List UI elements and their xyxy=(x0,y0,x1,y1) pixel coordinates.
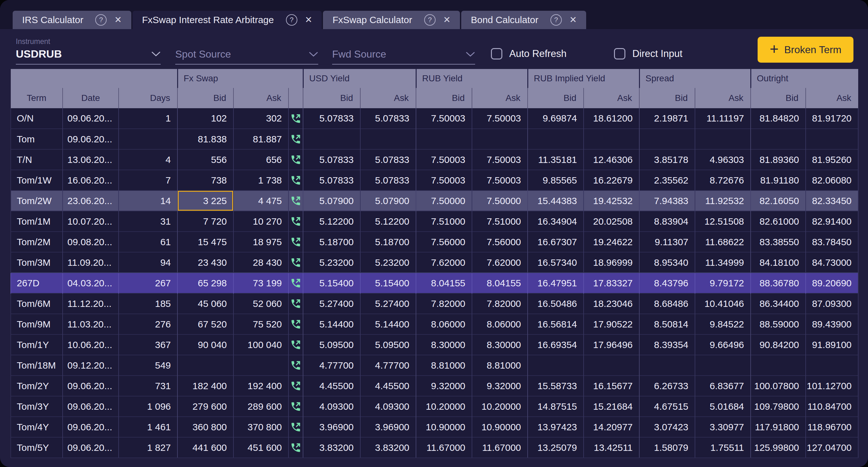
cell-days[interactable]: 731 xyxy=(119,376,178,396)
cell-term[interactable]: Tom/1W xyxy=(11,170,63,190)
cell-date[interactable]: 10.06.20... xyxy=(63,335,119,355)
call-button[interactable] xyxy=(288,335,303,355)
direct-input-control[interactable]: Direct Input xyxy=(614,48,683,60)
cell-rub-yield-bid[interactable]: 7.50000 xyxy=(416,190,472,211)
cell-outright-bid[interactable]: 90.84200 xyxy=(751,335,806,355)
cell-days[interactable]: 14 xyxy=(119,190,178,211)
cell-rub-yield-bid[interactable]: 7.50003 xyxy=(416,108,472,129)
cell-usd-yield-bid[interactable]: 4.09300 xyxy=(303,396,360,417)
cell-days[interactable]: 267 xyxy=(119,273,178,293)
cell-fxswap-ask[interactable] xyxy=(234,355,288,376)
cell-spread-ask[interactable]: 12.51508 xyxy=(695,211,751,231)
cell-usd-yield-ask[interactable]: 5.09500 xyxy=(360,335,416,355)
cell-outright-ask[interactable]: 118.96700 xyxy=(806,417,858,437)
help-icon[interactable]: ? xyxy=(286,14,297,26)
cell-date[interactable]: 09.12.20... xyxy=(63,355,119,376)
cell-outright-ask[interactable]: 82.06080 xyxy=(806,170,858,190)
table-row[interactable]: Tom/3M 11.09.20... 94 23 430 28 430 5.23… xyxy=(11,252,858,273)
cell-days[interactable]: 367 xyxy=(119,335,178,355)
broken-term-button[interactable]: + Broken Term xyxy=(757,37,854,63)
call-button[interactable] xyxy=(288,417,303,437)
cell-rub-implied-bid[interactable]: 15.44383 xyxy=(528,190,584,211)
cell-usd-yield-ask[interactable]: 5.07833 xyxy=(360,108,416,129)
cell-date[interactable]: 09.06.20... xyxy=(63,437,119,458)
cell-rub-implied-ask[interactable]: 19.42532 xyxy=(584,190,639,211)
cell-date[interactable]: 09.06.20... xyxy=(63,417,119,437)
table-row[interactable]: T/N 13.06.20... 4 556 656 5.07833 5.0783… xyxy=(11,149,858,170)
cell-fxswap-ask[interactable]: 28 430 xyxy=(234,252,288,273)
cell-usd-yield-bid[interactable]: 5.07900 xyxy=(303,190,360,211)
cell-days[interactable]: 1 xyxy=(119,108,178,129)
cell-usd-yield-bid[interactable]: 3.96900 xyxy=(303,417,360,437)
cell-outright-ask[interactable]: 82.91400 xyxy=(806,211,858,231)
cell-outright-ask[interactable]: 101.12700 xyxy=(806,376,858,396)
cell-fxswap-bid[interactable]: 360 800 xyxy=(178,417,234,437)
cell-rub-implied-bid[interactable]: 13.97423 xyxy=(528,417,584,437)
cell-fxswap-bid[interactable]: 23 430 xyxy=(178,252,234,273)
cell-rub-yield-bid[interactable] xyxy=(416,129,472,149)
cell-spread-bid[interactable]: 2.19871 xyxy=(639,108,695,129)
cell-rub-yield-bid[interactable]: 9.32000 xyxy=(416,376,472,396)
cell-fxswap-ask[interactable]: 18 975 xyxy=(234,231,288,252)
cell-date[interactable]: 09.08.20... xyxy=(63,231,119,252)
cell-usd-yield-bid[interactable]: 5.18700 xyxy=(303,231,360,252)
table-row[interactable]: Tom/1Y 10.06.20... 367 90 040 100 040 5.… xyxy=(11,335,858,355)
cell-rub-implied-bid[interactable]: 11.35181 xyxy=(528,149,584,170)
cell-rub-implied-ask[interactable]: 18.96999 xyxy=(584,252,639,273)
cell-fxswap-bid[interactable]: 3 225 xyxy=(178,190,234,211)
cell-rub-yield-bid[interactable]: 7.50003 xyxy=(416,149,472,170)
fwd-source-select[interactable]: Fwd Source xyxy=(332,49,475,65)
cell-spread-ask[interactable]: 5.01684 xyxy=(695,396,751,417)
cell-usd-yield-ask[interactable]: 5.18700 xyxy=(360,231,416,252)
table-row[interactable]: Tom/3Y 09.06.20... 1 096 279 600 289 600… xyxy=(11,396,858,417)
cell-outright-bid[interactable]: 82.16050 xyxy=(751,190,806,211)
cell-date[interactable]: 09.06.20... xyxy=(63,396,119,417)
auto-refresh-control[interactable]: Auto Refresh xyxy=(491,48,566,60)
cell-rub-implied-ask[interactable]: 15.21684 xyxy=(584,396,639,417)
cell-fxswap-ask[interactable]: 81.887 xyxy=(234,129,288,149)
cell-fxswap-bid[interactable]: 556 xyxy=(178,149,234,170)
cell-spread-bid[interactable]: 8.95340 xyxy=(639,252,695,273)
cell-usd-yield-ask[interactable]: 4.09300 xyxy=(360,396,416,417)
cell-spread-bid[interactable]: 3.85178 xyxy=(639,149,695,170)
cell-outright-bid[interactable]: 83.38550 xyxy=(751,231,806,252)
cell-rub-implied-ask[interactable]: 17.96496 xyxy=(584,335,639,355)
cell-usd-yield-bid[interactable]: 3.83200 xyxy=(303,437,360,458)
table-row[interactable]: 267D 04.03.20... 267 65 298 73 199 5.154… xyxy=(11,273,858,293)
cell-spread-ask[interactable]: 9.84522 xyxy=(695,314,751,335)
cell-spread-ask[interactable]: 3.30977 xyxy=(695,417,751,437)
cell-rub-yield-bid[interactable]: 8.81000 xyxy=(416,355,472,376)
cell-rub-yield-bid[interactable]: 10.90000 xyxy=(416,417,472,437)
cell-outright-ask[interactable]: 89.43900 xyxy=(806,314,858,335)
cell-spread-bid[interactable]: 6.26733 xyxy=(639,376,695,396)
cell-rub-yield-ask[interactable]: 9.32000 xyxy=(472,376,528,396)
cell-date[interactable]: 11.12.20... xyxy=(63,293,119,314)
cell-outright-ask[interactable]: 110.84700 xyxy=(806,396,858,417)
cell-term[interactable]: Tom/2Y xyxy=(11,376,63,396)
cell-days[interactable]: 185 xyxy=(119,293,178,314)
cell-outright-bid[interactable]: 81.89360 xyxy=(751,149,806,170)
cell-usd-yield-ask[interactable]: 5.07833 xyxy=(360,170,416,190)
cell-rub-yield-bid[interactable]: 10.20000 xyxy=(416,396,472,417)
call-button[interactable] xyxy=(288,149,303,170)
cell-spread-bid[interactable]: 8.50814 xyxy=(639,314,695,335)
cell-rub-implied-ask[interactable]: 18.61200 xyxy=(584,108,639,129)
close-icon[interactable]: ✕ xyxy=(114,15,121,24)
cell-days[interactable]: 7 xyxy=(119,170,178,190)
cell-spread-ask[interactable]: 4.96303 xyxy=(695,149,751,170)
cell-outright-ask[interactable]: 89.20690 xyxy=(806,273,858,293)
cell-usd-yield-ask[interactable]: 5.23200 xyxy=(360,252,416,273)
cell-fxswap-ask[interactable]: 1 738 xyxy=(234,170,288,190)
cell-fxswap-ask[interactable]: 656 xyxy=(234,149,288,170)
cell-rub-implied-ask[interactable]: 19.24622 xyxy=(584,231,639,252)
cell-spread-bid[interactable] xyxy=(639,129,695,149)
cell-term[interactable]: Tom/3M xyxy=(11,252,63,273)
cell-fxswap-ask[interactable]: 302 xyxy=(234,108,288,129)
cell-usd-yield-ask[interactable]: 5.14400 xyxy=(360,314,416,335)
cell-days[interactable]: 276 xyxy=(119,314,178,335)
call-button[interactable] xyxy=(288,437,303,458)
cell-rub-yield-ask[interactable]: 11.67000 xyxy=(472,437,528,458)
cell-spread-bid[interactable]: 8.83904 xyxy=(639,211,695,231)
cell-rub-yield-ask[interactable]: 7.51000 xyxy=(472,211,528,231)
cell-usd-yield-bid[interactable]: 5.07833 xyxy=(303,170,360,190)
